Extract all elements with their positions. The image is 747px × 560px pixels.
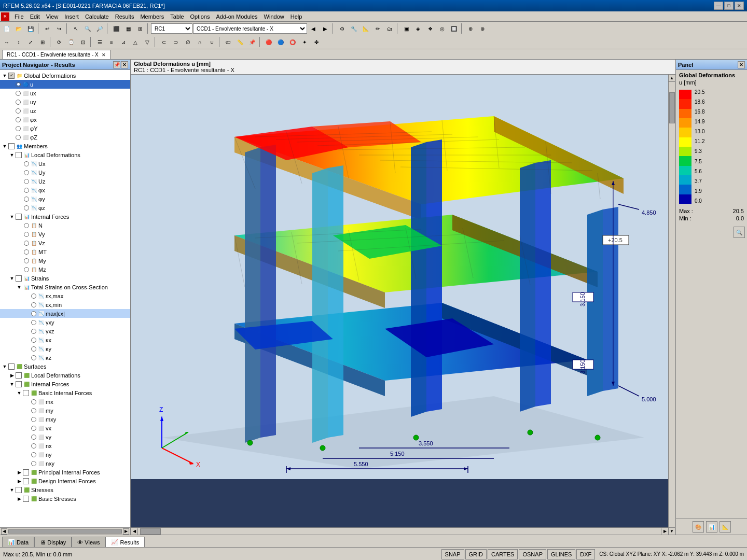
checkbox-strains[interactable] bbox=[16, 275, 22, 282]
tree-design-if[interactable]: ▶ 🟩 Design Internal Forces bbox=[0, 477, 130, 485]
radio-s-ny[interactable] bbox=[31, 452, 36, 457]
tree-internal-forces-members[interactable]: ▼ 📊 Internal Forces bbox=[0, 212, 130, 221]
scroll-right[interactable]: ▶ bbox=[123, 528, 129, 535]
tb-nav-prev[interactable]: ◀ bbox=[308, 23, 319, 34]
radio-ex-max[interactable] bbox=[31, 293, 36, 299]
radio-Vy[interactable] bbox=[24, 232, 29, 237]
menu-file[interactable]: File bbox=[11, 13, 27, 20]
radio-m-phiz[interactable] bbox=[24, 205, 29, 211]
menu-calculate[interactable]: Calculate bbox=[82, 13, 112, 20]
cartes-btn[interactable]: CARTES bbox=[488, 549, 518, 559]
expand-s-local-def[interactable]: ▶ bbox=[8, 372, 16, 379]
tb-zoom-in[interactable]: 🔍 bbox=[82, 23, 93, 34]
tb2-22[interactable]: 🔵 bbox=[275, 36, 286, 48]
checkbox-surfaces[interactable] bbox=[8, 363, 15, 370]
radio-yxz[interactable] bbox=[31, 329, 36, 334]
grid-btn[interactable]: GRID bbox=[465, 549, 487, 559]
radio-m-uy[interactable] bbox=[24, 170, 29, 175]
tab-display[interactable]: 🖥 Display bbox=[34, 537, 72, 547]
menu-view[interactable]: View bbox=[43, 13, 62, 20]
radio-s-vx[interactable] bbox=[31, 426, 36, 431]
checkbox-basic-stresses[interactable] bbox=[23, 496, 29, 502]
panel-icon-1[interactable]: 🎨 bbox=[693, 521, 704, 533]
tree-ky[interactable]: 📉 κy bbox=[0, 344, 130, 353]
navigator-pin[interactable]: 📌 bbox=[113, 61, 120, 68]
tree-yxy[interactable]: 📉 γxy bbox=[0, 318, 130, 327]
tb-icon-6[interactable]: ▣ bbox=[400, 23, 412, 34]
tree-global-deformations[interactable]: ▼ ✓ 📁 Global Deformations bbox=[0, 71, 130, 80]
3d-viewport[interactable]: +20.5 5.550 5.150 3.550 3.150 bbox=[131, 75, 675, 535]
tree-m-phix[interactable]: 📉 φx bbox=[0, 186, 130, 194]
checkbox-members[interactable] bbox=[8, 143, 15, 149]
tb-icon-11[interactable]: ⊕ bbox=[465, 23, 476, 34]
tree-total-strains[interactable]: ▼ 📊 Total Strains on Cross-Section bbox=[0, 283, 130, 291]
close-button[interactable]: ✕ bbox=[735, 2, 744, 10]
checkbox-design-if[interactable] bbox=[23, 478, 29, 484]
tree-s-nxy[interactable]: ⬜ nxy bbox=[0, 459, 130, 468]
tb-icon-4[interactable]: ✏ bbox=[372, 23, 383, 34]
tree-surfaces[interactable]: ▼ 🟩 Surfaces bbox=[0, 362, 130, 371]
tb-icon-2[interactable]: 🔧 bbox=[348, 23, 359, 34]
tb-icon-1[interactable]: ⚙ bbox=[336, 23, 348, 34]
tb2-8[interactable]: ☰ bbox=[94, 36, 105, 48]
radio-phix[interactable] bbox=[16, 117, 21, 122]
tb-undo[interactable]: ↩ bbox=[42, 23, 53, 34]
tb-icon-8[interactable]: ❖ bbox=[424, 23, 436, 34]
radio-MT[interactable] bbox=[24, 249, 29, 255]
radio-ex-min[interactable] bbox=[31, 302, 36, 307]
panel-icon-3[interactable]: 📐 bbox=[720, 521, 731, 533]
tb-view-3d[interactable]: ⬛ bbox=[110, 23, 122, 34]
tree-basic-if[interactable]: ▼ 🟩 Basic Internal Forces bbox=[0, 388, 130, 397]
radio-m-phix[interactable] bbox=[24, 188, 29, 193]
radio-ex-abs[interactable] bbox=[31, 311, 36, 316]
radio-m-ux[interactable] bbox=[24, 161, 29, 166]
tb2-11[interactable]: △ bbox=[130, 36, 141, 48]
tb2-14[interactable]: ⊃ bbox=[170, 36, 182, 48]
tb2-6[interactable]: ⌚ bbox=[65, 36, 77, 48]
tb2-20[interactable]: 📌 bbox=[246, 36, 258, 48]
radio-phiy[interactable] bbox=[16, 126, 21, 131]
expand-total-strains[interactable]: ▼ bbox=[16, 284, 23, 291]
tb-open[interactable]: 📂 bbox=[13, 23, 24, 34]
checkbox-if-members[interactable] bbox=[16, 214, 22, 220]
checkbox-principal-if[interactable] bbox=[23, 469, 29, 475]
radio-Mz[interactable] bbox=[24, 267, 29, 272]
radio-kz[interactable] bbox=[31, 355, 36, 360]
tb-redo[interactable]: ↪ bbox=[53, 23, 65, 34]
tb-icon-10[interactable]: 🔲 bbox=[448, 23, 460, 34]
radio-s-vy[interactable] bbox=[31, 435, 36, 440]
tree-MT[interactable]: 📋 MT bbox=[0, 247, 130, 256]
osnap-btn[interactable]: OSNAP bbox=[519, 549, 546, 559]
minimize-button[interactable]: — bbox=[714, 2, 723, 10]
tree-ex-min[interactable]: 📉 εx,min bbox=[0, 300, 130, 309]
dxf-btn[interactable]: DXF bbox=[576, 549, 595, 559]
tree-principal-if[interactable]: ▶ 🟩 Principal Internal Forces bbox=[0, 468, 130, 477]
tb-save[interactable]: 💾 bbox=[25, 23, 36, 34]
radio-ux[interactable] bbox=[16, 91, 21, 96]
tree-m-phiy[interactable]: 📉 φy bbox=[0, 194, 130, 203]
tb2-19[interactable]: 📏 bbox=[234, 36, 246, 48]
tb2-15[interactable]: ∅ bbox=[182, 36, 193, 48]
scrollbar-horizontal[interactable]: ◀ ▶ bbox=[131, 527, 668, 535]
tb2-2[interactable]: ↕ bbox=[13, 36, 24, 48]
tb-icon-9[interactable]: ◎ bbox=[436, 23, 448, 34]
tree-local-def[interactable]: ▼ 📊 Local Deformations bbox=[0, 150, 130, 159]
radio-N[interactable] bbox=[24, 223, 29, 228]
radio-u[interactable] bbox=[16, 82, 21, 87]
tree-s-vx[interactable]: ⬜ vx bbox=[0, 424, 130, 432]
tb2-4[interactable]: ⊞ bbox=[37, 36, 48, 48]
checkbox-global[interactable]: ✓ bbox=[8, 73, 15, 79]
radio-kx[interactable] bbox=[31, 338, 36, 343]
tree-phiz[interactable]: ⬜ φZ bbox=[0, 133, 130, 142]
tree-uz[interactable]: ⬜ uz bbox=[0, 106, 130, 115]
tb2-5[interactable]: ⟳ bbox=[53, 36, 65, 48]
snap-btn[interactable]: SNAP bbox=[441, 549, 464, 559]
tab-views[interactable]: 👁 Views bbox=[72, 537, 105, 547]
tree-Vz[interactable]: 📋 Vz bbox=[0, 239, 130, 247]
tb2-3[interactable]: ⤢ bbox=[25, 36, 36, 48]
tree-yxz[interactable]: 📉 γxz bbox=[0, 327, 130, 335]
tab-close-icon[interactable]: ✕ bbox=[102, 52, 106, 58]
tb2-1[interactable]: ↔ bbox=[1, 36, 12, 48]
menu-results[interactable]: Results bbox=[112, 13, 137, 20]
expand-if-members[interactable]: ▼ bbox=[8, 213, 16, 220]
